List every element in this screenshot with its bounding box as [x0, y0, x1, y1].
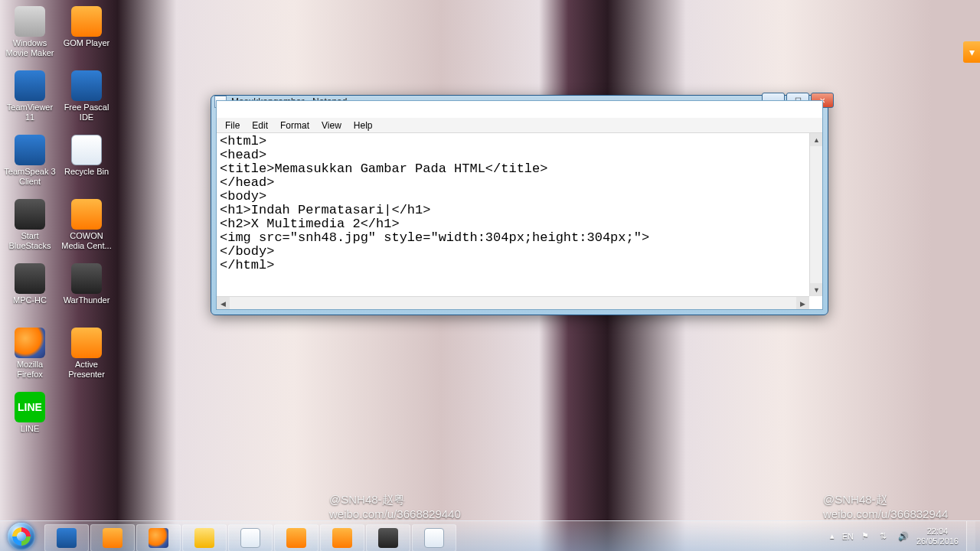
taskbar-item-app3[interactable]: [320, 524, 364, 551]
desktop-icon[interactable]: Start BlueStacks: [3, 196, 57, 254]
taskbar-item-app4[interactable]: [366, 524, 410, 551]
desktop-icon-grid: Windows Movie MakerTeamViewer 11TeamSpea…: [0, 0, 138, 505]
volume-icon[interactable]: 🔊: [898, 531, 909, 542]
desktop-icon-label: Free Pascal IDE: [60, 103, 113, 122]
clock-date: 26/05/2016: [916, 536, 959, 546]
scroll-left-arrow-icon[interactable]: ◀: [217, 297, 230, 309]
app-icon: [71, 135, 102, 165]
app-icon: [15, 328, 45, 358]
desktop-icon-label: Active Presenter: [60, 360, 113, 379]
taskbar-item-wmp[interactable]: [90, 524, 135, 551]
app2-icon: [286, 528, 306, 548]
wallpaper-watermark: @SNH48-赵 weibo.com/u/366832944: [823, 493, 948, 520]
desktop-icon[interactable]: COWON Media Cent...: [60, 196, 113, 254]
notepad-icon: [424, 528, 444, 548]
menu-file[interactable]: File: [220, 119, 245, 132]
app-icon: [15, 135, 45, 165]
horizontal-scrollbar[interactable]: ◀ ▶: [217, 296, 809, 309]
app4-icon: [378, 528, 398, 548]
menu-bar: FileEditFormatViewHelp: [217, 118, 822, 133]
desktop-icon-label: LINE: [21, 424, 39, 434]
app3-icon: [332, 528, 352, 548]
system-tray: ▴ EN ⚑ ⇅ 🔊 22:04 26/05/2016: [825, 521, 980, 551]
tray-expand-icon[interactable]: ▴: [830, 531, 835, 541]
clock-time: 22:04: [916, 527, 959, 536]
desktop-icon-label: MPC-HC: [13, 295, 47, 305]
desktop-icon-label: TeamViewer 11: [4, 103, 56, 122]
taskbar-pinned-area: [43, 521, 458, 551]
desktop-icon[interactable]: Active Presenter: [60, 324, 113, 383]
app-icon: [15, 6, 45, 37]
menu-view[interactable]: View: [316, 119, 347, 132]
tray-language-indicator[interactable]: EN: [842, 532, 854, 541]
app-icon: [15, 70, 45, 101]
menu-help[interactable]: Help: [348, 119, 378, 132]
scroll-right-arrow-icon[interactable]: ▶: [796, 297, 809, 309]
taskbar-item-notepad[interactable]: [412, 524, 456, 551]
app-icon: [71, 263, 102, 294]
desktop-icon-label: GOM Player: [64, 38, 110, 48]
app-icon: [71, 6, 102, 37]
desktop-icon[interactable]: TeamViewer 11: [3, 67, 57, 126]
desktop-icon[interactable]: MPC-HC: [3, 260, 57, 318]
desktop-icon[interactable]: Free Pascal IDE: [60, 67, 113, 126]
desktop-icon[interactable]: WarThunder: [60, 260, 113, 318]
desktop-icon[interactable]: Mozilla Firefox: [3, 324, 57, 383]
desktop-icon-label: Mozilla Firefox: [4, 360, 56, 379]
desktop-icon[interactable]: Windows Movie Maker: [3, 3, 57, 61]
app-icon: [71, 70, 102, 101]
scroll-down-arrow-icon[interactable]: ▼: [810, 283, 822, 296]
clock[interactable]: 22:04 26/05/2016: [916, 527, 959, 546]
desktop-icon[interactable]: LINELINE: [3, 389, 57, 447]
explorer-icon: [194, 528, 214, 548]
action-center-icon[interactable]: ⚑: [861, 531, 872, 542]
scroll-up-arrow-icon[interactable]: ▲: [810, 133, 822, 146]
taskbar: ▴ EN ⚑ ⇅ 🔊 22:04 26/05/2016: [0, 520, 980, 551]
text-editor-area[interactable]: <html> <head> <title>Memasukkan Gambar P…: [217, 133, 822, 309]
desktop-icon-label: COWON Media Cent...: [60, 231, 113, 250]
desktop-icon-label: Windows Movie Maker: [4, 38, 56, 57]
taskbar-item-firefox[interactable]: [136, 524, 181, 551]
desktop-icon-label: WarThunder: [64, 295, 110, 305]
desktop-icon[interactable]: Recycle Bin: [60, 132, 113, 190]
desktop-icon[interactable]: TeamSpeak 3 Client: [3, 132, 57, 190]
notepad-window: Masukkangambar - Notepad — ☐ ✕ FileEditF…: [211, 95, 828, 315]
menu-format[interactable]: Format: [275, 119, 315, 132]
ie-icon: [57, 528, 77, 548]
taskbar-item-ie[interactable]: [44, 524, 89, 551]
editor-content[interactable]: <html> <head> <title>Memasukkan Gambar P…: [217, 133, 822, 274]
app-icon: [15, 199, 45, 230]
wallpaper-watermark: @SNH48-赵粤 weibo.com/u/3668829440: [329, 493, 461, 520]
desktop-icon-label: TeamSpeak 3 Client: [4, 167, 56, 186]
desktop-icon-label: Start BlueStacks: [4, 231, 56, 250]
show-desktop-button[interactable]: [966, 521, 975, 552]
app-icon: LINE: [15, 392, 45, 422]
app-icon: [71, 199, 102, 230]
desktop-icon[interactable]: GOM Player: [60, 3, 113, 61]
app-icon: [71, 328, 102, 358]
start-button[interactable]: [0, 521, 43, 551]
taskbar-item-app2[interactable]: [274, 524, 318, 551]
windows-orb-icon: [8, 523, 35, 550]
notification-chevron-icon[interactable]: ▾: [963, 41, 980, 63]
taskbar-item-explorer[interactable]: [182, 524, 227, 551]
desktop-icon-label: Recycle Bin: [64, 167, 109, 177]
app-icon: [15, 263, 45, 294]
wmp-icon: [103, 528, 122, 548]
app1-icon: [240, 528, 260, 548]
network-icon[interactable]: ⇅: [880, 531, 890, 542]
firefox-icon: [149, 528, 168, 548]
menu-edit[interactable]: Edit: [247, 119, 273, 132]
vertical-scrollbar[interactable]: ▲ ▼: [809, 133, 822, 296]
taskbar-item-app1[interactable]: [228, 524, 273, 551]
